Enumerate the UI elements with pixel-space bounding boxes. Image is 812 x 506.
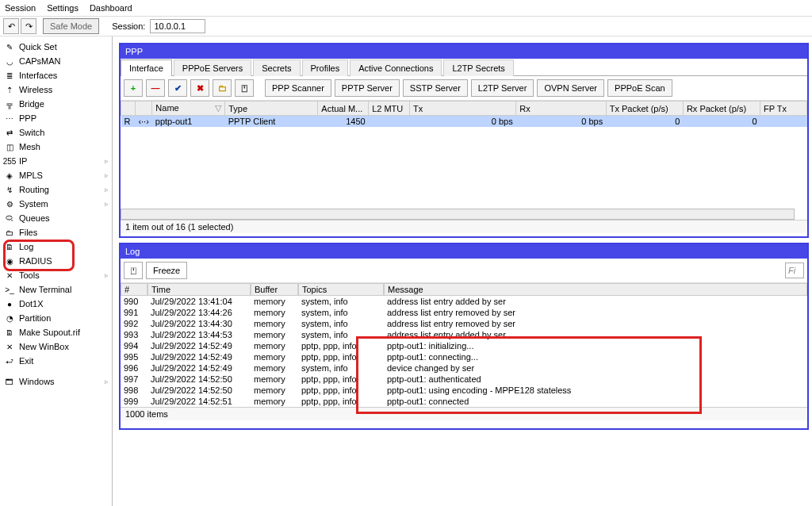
log-find-input[interactable] (785, 263, 804, 278)
log-cell: pptp-out1: connected (384, 396, 807, 407)
ppp-col-Tx Packet (p/s)[interactable]: Tx Packet (p/s) (606, 102, 683, 116)
session-input[interactable] (150, 19, 205, 33)
sidebar-item-label: Dot1X (19, 299, 44, 309)
log-row[interactable]: 990Jul/29/2022 13:41:04memorysystem, inf… (121, 296, 807, 307)
sidebar-item-capsman[interactable]: ◡CAPsMAN (0, 54, 112, 68)
ppp-toolbar-icon-5[interactable]: ⍞ (235, 79, 254, 97)
sidebar-item-ppp[interactable]: ⋯PPP (0, 111, 112, 125)
ppp-toolbar-icon-3[interactable]: ✖ (190, 79, 209, 97)
log-col-#[interactable]: # (121, 283, 147, 296)
ppp-col-FP Tx[interactable]: FP Tx (760, 102, 807, 116)
ppp-toolbar-icon-1[interactable]: — (146, 79, 165, 97)
sidebar-icon: ⋯ (3, 113, 16, 124)
log-filter-icon[interactable]: ⍞ (124, 262, 143, 279)
sidebar: ✎Quick Set◡CAPsMAN≣Interfaces⇡Wireless╦B… (0, 36, 113, 506)
sidebar-item-exit[interactable]: ⮐Exit (0, 354, 112, 368)
sidebar-item-queues[interactable]: 🗬Queues (0, 211, 112, 225)
log-cell: 992 (121, 318, 147, 329)
sidebar-icon: ◉ (3, 255, 16, 266)
sidebar-item-switch[interactable]: ⇄Switch (0, 125, 112, 140)
log-row[interactable]: 997Jul/29/2022 14:52:50memorypptp, ppp, … (121, 374, 807, 385)
menu-settings[interactable]: Settings (47, 3, 79, 13)
sidebar-item-ip[interactable]: 255IP▹ (0, 154, 112, 168)
sidebar-item-radius[interactable]: ◉RADIUS (0, 254, 112, 268)
redo-button[interactable]: ↷ (21, 18, 36, 34)
sidebar-item-label: Partition (19, 313, 51, 323)
ppp-cell (369, 116, 410, 128)
log-col-topics[interactable]: Topics (298, 283, 384, 296)
ppp-row[interactable]: R‹··›pptp-out1PPTP Client14500 bps0 bps0… (121, 116, 807, 128)
sidebar-item-mpls[interactable]: ◈MPLS▹ (0, 168, 112, 182)
ppp-col-flag[interactable] (135, 102, 151, 116)
ppp-tab-secrets[interactable]: Secrets (253, 59, 300, 76)
log-col-time[interactable]: Time (147, 283, 251, 296)
ppp-col-Tx[interactable]: Tx (409, 102, 515, 116)
sidebar-item-routing[interactable]: ↯Routing▹ (0, 182, 112, 197)
ppp-button-pptp-server[interactable]: PPTP Server (335, 79, 400, 97)
log-col-message[interactable]: Message (384, 283, 807, 296)
undo-button[interactable]: ↶ (3, 18, 19, 34)
log-cell: Jul/29/2022 13:44:30 (147, 318, 251, 329)
log-row[interactable]: 999Jul/29/2022 14:52:51memorypptp, ppp, … (121, 396, 807, 407)
sidebar-item-partition[interactable]: ◔Partition (0, 311, 112, 325)
ppp-col-Type[interactable]: Type (225, 102, 318, 116)
sidebar-item-label: MPLS (19, 171, 43, 180)
sidebar-item-tools[interactable]: ✕Tools▹ (0, 268, 112, 282)
ppp-button-pppoe-scan[interactable]: PPPoE Scan (607, 79, 672, 97)
ppp-toolbar-icon-4[interactable]: 🗀 (213, 79, 232, 97)
sidebar-item-quick-set[interactable]: ✎Quick Set (0, 40, 112, 54)
log-row[interactable]: 998Jul/29/2022 14:52:50memorypptp, ppp, … (121, 385, 807, 396)
ppp-cell: 0 (606, 116, 683, 128)
sidebar-item-files[interactable]: 🗀Files (0, 225, 112, 240)
sidebar-item-dot1x[interactable]: ●Dot1X (0, 297, 112, 311)
ppp-col-L2 MTU[interactable]: L2 MTU (369, 102, 410, 116)
log-cell: pptp-out1: initializing... (384, 340, 807, 351)
log-cell: memory (251, 385, 298, 396)
ppp-col-Rx[interactable]: Rx (516, 102, 606, 116)
ppp-tab-interface[interactable]: Interface (121, 59, 172, 76)
sidebar-item-windows[interactable]: 🗔Windows▹ (0, 374, 112, 389)
sidebar-item-new-terminal[interactable]: >_New Terminal (0, 282, 112, 297)
log-cell: Jul/29/2022 13:41:04 (147, 296, 251, 307)
ppp-tab-pppoe-servers[interactable]: PPPoE Servers (174, 59, 251, 76)
ppp-col-Actual M...[interactable]: Actual M... (318, 102, 369, 116)
chevron-right-icon: ▹ (105, 271, 109, 279)
log-row[interactable]: 994Jul/29/2022 14:52:49memorypptp, ppp, … (121, 340, 807, 351)
ppp-tab-l2tp-secrets[interactable]: L2TP Secrets (443, 59, 513, 76)
sidebar-item-new-winbox[interactable]: ✕New WinBox (0, 339, 112, 354)
sidebar-item-mesh[interactable]: ◫Mesh (0, 140, 112, 154)
log-col-buffer[interactable]: Buffer (251, 283, 298, 296)
log-cell: memory (251, 307, 298, 318)
safe-mode-button[interactable]: Safe Mode (43, 18, 99, 34)
log-freeze-button[interactable]: Freeze (146, 262, 187, 279)
ppp-toolbar-icon-0[interactable]: + (124, 79, 143, 97)
sidebar-item-system[interactable]: ⚙System▹ (0, 197, 112, 211)
ppp-hscrollbar[interactable] (121, 209, 795, 220)
sidebar-item-wireless[interactable]: ⇡Wireless (0, 82, 112, 97)
ppp-toolbar-icon-2[interactable]: ✔ (168, 79, 187, 97)
menu-session[interactable]: Session (5, 3, 36, 13)
sidebar-icon: ⚙ (3, 198, 16, 209)
ppp-button-l2tp-server[interactable]: L2TP Server (471, 79, 534, 97)
log-row[interactable]: 995Jul/29/2022 14:52:49memorypptp, ppp, … (121, 351, 807, 362)
ppp-col-flag[interactable] (121, 102, 136, 116)
log-row[interactable]: 992Jul/29/2022 13:44:30memorysystem, inf… (121, 318, 807, 329)
ppp-button-ppp-scanner[interactable]: PPP Scanner (265, 79, 331, 97)
sidebar-item-log[interactable]: 🗎Log (0, 240, 112, 254)
log-cell: 997 (121, 374, 147, 385)
sidebar-item-make-supout.rif[interactable]: 🗎Make Supout.rif (0, 325, 112, 339)
log-row[interactable]: 996Jul/29/2022 14:52:49memorysystem, inf… (121, 362, 807, 374)
ppp-button-sstp-server[interactable]: SSTP Server (403, 79, 468, 97)
sidebar-item-bridge[interactable]: ╦Bridge (0, 97, 112, 111)
log-cell: system, info (298, 318, 384, 329)
ppp-tab-profiles[interactable]: Profiles (302, 59, 349, 76)
ppp-button-ovpn-server[interactable]: OVPN Server (537, 79, 604, 97)
log-row[interactable]: 991Jul/29/2022 13:44:26memorysystem, inf… (121, 307, 807, 318)
ppp-tab-active-connections[interactable]: Active Connections (350, 59, 442, 76)
log-row[interactable]: 993Jul/29/2022 13:44:53memorysystem, inf… (121, 329, 807, 340)
sidebar-item-interfaces[interactable]: ≣Interfaces (0, 68, 112, 82)
ppp-col-Name[interactable]: Name ▽ (152, 102, 225, 116)
ppp-col-Rx Packet (p/s)[interactable]: Rx Packet (p/s) (683, 102, 760, 116)
log-window: Log ⍞ Freeze #TimeBufferTopicsMessage 99… (119, 243, 809, 430)
menu-dashboard[interactable]: Dashboard (90, 3, 132, 13)
